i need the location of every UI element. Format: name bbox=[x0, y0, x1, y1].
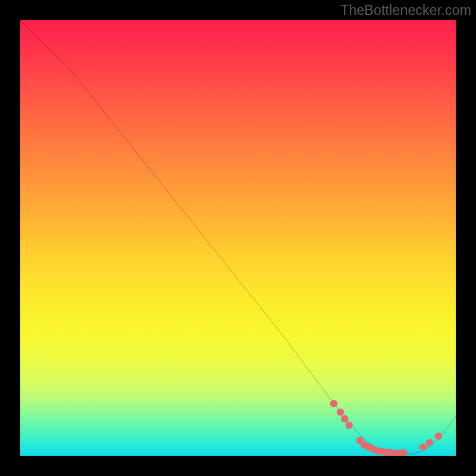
chart-svg bbox=[20, 20, 456, 456]
plot-area bbox=[20, 20, 456, 456]
curve-marker bbox=[341, 415, 348, 422]
curve-marker bbox=[345, 422, 352, 429]
curve-path bbox=[20, 20, 456, 453]
curve-marker bbox=[330, 400, 337, 407]
markers bbox=[330, 400, 442, 456]
curve-marker bbox=[434, 433, 441, 440]
curve-marker bbox=[419, 443, 427, 450]
curve-marker bbox=[426, 439, 433, 446]
watermark-text: TheBottlenecker.com bbox=[340, 2, 471, 18]
chart-frame: TheBottlenecker.com bbox=[0, 0, 476, 476]
curve-marker bbox=[337, 409, 344, 416]
